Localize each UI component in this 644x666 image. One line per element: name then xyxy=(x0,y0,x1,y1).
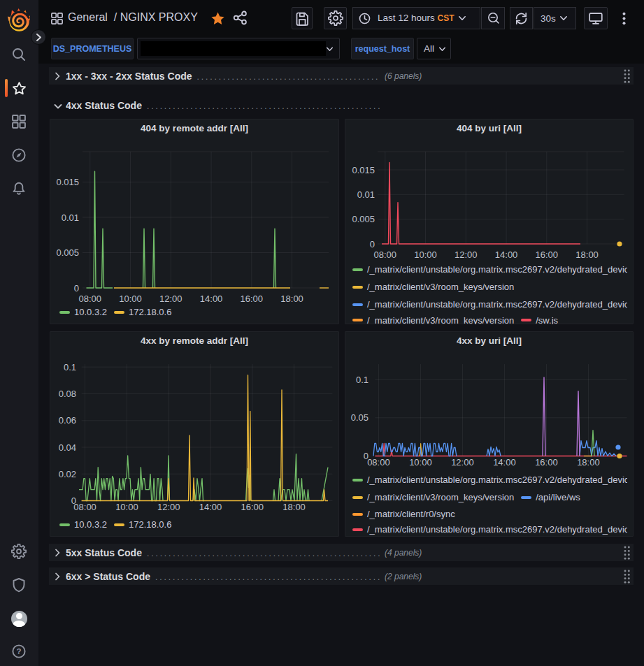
svg-text:08:00: 08:00 xyxy=(374,249,397,260)
svg-text:0.005: 0.005 xyxy=(352,214,375,224)
svg-text:0.06: 0.06 xyxy=(59,415,76,426)
svg-text:0.02: 0.02 xyxy=(59,469,76,479)
svg-text:08:00: 08:00 xyxy=(79,294,102,304)
svg-text:10:00: 10:00 xyxy=(115,502,138,512)
svg-text:16:00: 16:00 xyxy=(241,294,264,304)
svg-text:10:00: 10:00 xyxy=(409,457,432,468)
svg-text:16:00: 16:00 xyxy=(535,457,558,468)
svg-text:16:00: 16:00 xyxy=(241,502,264,512)
svg-text:0.01: 0.01 xyxy=(62,212,79,223)
svg-text:12:00: 12:00 xyxy=(159,294,183,304)
svg-text:14:00: 14:00 xyxy=(493,457,516,468)
svg-text:0.05: 0.05 xyxy=(351,412,368,423)
svg-text:16:00: 16:00 xyxy=(536,249,559,260)
svg-text:0.01: 0.01 xyxy=(357,189,375,200)
svg-text:0.015: 0.015 xyxy=(352,165,375,175)
svg-text:0.1: 0.1 xyxy=(64,362,76,372)
svg-text:12:00: 12:00 xyxy=(451,457,474,468)
svg-text:?: ? xyxy=(16,647,21,656)
svg-text:0: 0 xyxy=(74,283,79,294)
svg-text:18:00: 18:00 xyxy=(575,249,599,260)
svg-text:08:00: 08:00 xyxy=(73,502,96,512)
svg-text:18:00: 18:00 xyxy=(577,457,600,468)
svg-text:0.1: 0.1 xyxy=(356,375,368,385)
svg-text:18:00: 18:00 xyxy=(280,294,303,304)
svg-text:10:00: 10:00 xyxy=(119,294,142,304)
svg-text:14:00: 14:00 xyxy=(200,294,223,304)
svg-text:14:00: 14:00 xyxy=(495,249,518,260)
svg-text:0.04: 0.04 xyxy=(59,442,76,453)
svg-text:14:00: 14:00 xyxy=(199,502,222,512)
svg-text:0.005: 0.005 xyxy=(56,247,79,258)
svg-text:12:00: 12:00 xyxy=(157,502,180,512)
svg-text:18:00: 18:00 xyxy=(282,502,306,512)
svg-text:0: 0 xyxy=(370,239,375,249)
svg-text:0.08: 0.08 xyxy=(59,389,76,399)
svg-text:08:00: 08:00 xyxy=(367,457,390,468)
svg-text:0.015: 0.015 xyxy=(56,177,79,187)
svg-text:10:00: 10:00 xyxy=(414,249,437,260)
svg-text:12:00: 12:00 xyxy=(455,249,478,260)
